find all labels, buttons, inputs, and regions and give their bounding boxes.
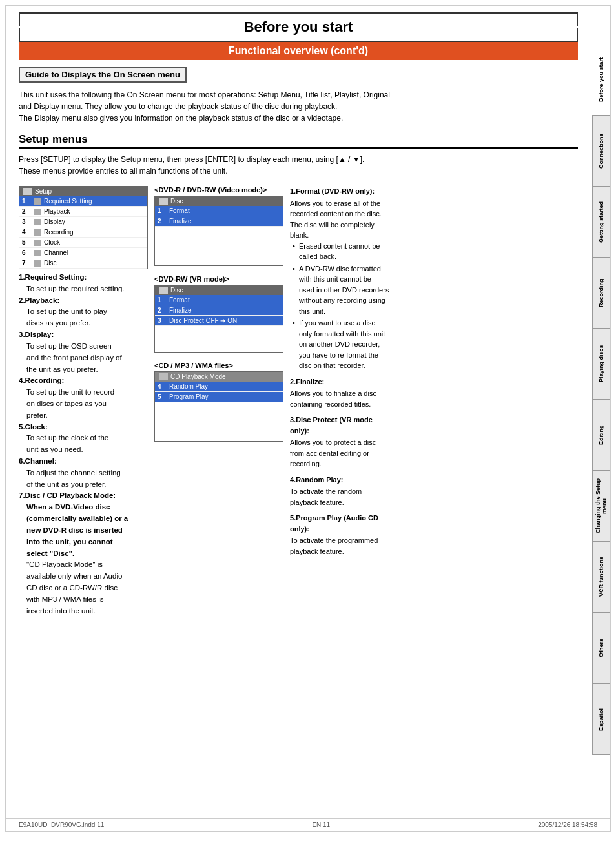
dvd-rw-vr-disc-icon xyxy=(159,287,168,294)
dvd-rw-vr-titlebar: Disc xyxy=(155,285,283,295)
col-middle: <DVD-R / DVD-RW (Video mode)> Disc 1 For… xyxy=(154,186,283,617)
side-tab-vcr-functions[interactable]: VCR functions xyxy=(592,542,610,613)
dvd-rw-vr-menu-screenshot: Disc 1 Format 2 Finalize 3 Disc Protect … xyxy=(154,285,283,353)
setup-menu-item-5: 5 Clock xyxy=(19,238,147,248)
guide-box: Guide to Displays the On Screen menu xyxy=(19,67,187,83)
display-icon xyxy=(34,219,41,225)
page-title-wrapper: Before you start xyxy=(19,12,578,42)
list-item-6: 6.Channel: To adjust the channel setting… xyxy=(19,456,148,490)
setup-menu-item-1: 1 Required Setting xyxy=(19,196,147,207)
dvd-rw-video-item-2: 2 Finalize xyxy=(155,216,283,227)
setup-menu-item-3: 3 Display xyxy=(19,217,147,227)
main-content: Before you start Functional overview (co… xyxy=(6,12,591,636)
right-item-4: 4.Random Play: To activate the randompla… xyxy=(290,475,578,508)
setup-desc: Press [SETUP] to display the Setup menu,… xyxy=(19,154,578,177)
file-info: E9A10UD_DVR90VG.indd 11 xyxy=(19,821,104,828)
side-tab-others[interactable]: Others xyxy=(592,613,610,684)
section-subtitle: Functional overview (cont'd) xyxy=(19,42,578,60)
three-column-layout: Setup 1 Required Setting 2 Playback 3 xyxy=(19,186,578,617)
side-tabs: Before you start Connections Getting sta… xyxy=(592,45,610,755)
bottom-bar: E9A10UD_DVR90VG.indd 11 EN 11 2005/12/26… xyxy=(6,818,610,831)
right-item-1: 1.Format (DVD-RW only): Allows you to er… xyxy=(290,186,578,371)
col-left: Setup 1 Required Setting 2 Playback 3 xyxy=(19,186,148,617)
dvd-rw-video-caption: <DVD-R / DVD-RW (Video mode)> xyxy=(154,186,283,194)
disc-icon xyxy=(34,260,41,267)
dvd-rw-vr-caption: <DVD-RW (VR mode)> xyxy=(154,275,283,283)
dvd-rw-vr-item-3: 3 Disc Protect OFF ➔ ON xyxy=(155,316,283,326)
page-title-banner: Before you start xyxy=(19,12,578,42)
page-number: EN 11 xyxy=(312,821,330,828)
playback-icon xyxy=(34,209,41,215)
side-tab-changing-setup[interactable]: Changing the Setup menu xyxy=(592,471,610,542)
setup-numbered-list: 1.Required Setting: To set up the requir… xyxy=(19,272,148,617)
dvd-rw-video-titlebar: Disc xyxy=(155,196,283,206)
dvd-rw-video-menu-screenshot: Disc 1 Format 2 Finalize xyxy=(154,196,283,266)
side-tab-getting-started[interactable]: Getting started xyxy=(592,187,610,258)
list-item-1: 1.Required Setting: To set up the requir… xyxy=(19,272,148,295)
dvd-rw-video-disc-icon xyxy=(159,198,168,205)
setup-menu-titlebar: Setup xyxy=(19,187,147,196)
right-item-2: 2.Finalize: Allows you to finalize a dis… xyxy=(290,376,578,410)
col-right: 1.Format (DVD-RW only): Allows you to er… xyxy=(290,186,578,617)
cd-mp3-caption: <CD / MP3 / WMA files> xyxy=(154,362,283,369)
list-item-5: 5.Clock: To set up the clock of theunit … xyxy=(19,422,148,456)
side-tab-before-you-start[interactable]: Before you start xyxy=(592,45,610,116)
side-tab-recording[interactable]: Recording xyxy=(592,258,610,329)
recording-icon xyxy=(34,229,41,236)
setup-menu-item-7: 7 Disc xyxy=(19,258,147,269)
page-title: Before you start xyxy=(244,19,353,35)
setup-menu-screenshot: Setup 1 Required Setting 2 Playback 3 xyxy=(19,186,148,269)
dvd-rw-vr-item-1: 1 Format xyxy=(155,295,283,305)
setup-menu-item-4: 4 Recording xyxy=(19,227,147,238)
date-info: 2005/12/26 18:54:58 xyxy=(538,821,597,828)
side-tab-editing[interactable]: Editing xyxy=(592,400,610,471)
right-item-3: 3.Disc Protect (VR modeonly): Allows you… xyxy=(290,415,578,469)
cd-playback-icon xyxy=(159,373,168,380)
cd-mp3-menu-screenshot: CD Playback Mode 4 Random Play 5 Program… xyxy=(154,371,283,442)
list-item-3: 3.Display: To set up the OSD screenand t… xyxy=(19,329,148,375)
setup-menu-item-2: 2 Playback xyxy=(19,207,147,217)
cd-mp3-item-5: 5 Program Play xyxy=(155,392,283,402)
setup-menu-item-6: 6 Channel xyxy=(19,248,147,258)
intro-text: This unit uses the following the On Scre… xyxy=(19,89,578,124)
clock-icon xyxy=(34,240,41,246)
cd-mp3-item-4: 4 Random Play xyxy=(155,382,283,392)
dvd-rw-vr-item-2: 2 Finalize xyxy=(155,305,283,316)
setup-heading: Setup menus xyxy=(19,133,578,149)
side-tab-connections[interactable]: Connections xyxy=(592,116,610,187)
side-tab-espanol[interactable]: Español xyxy=(592,684,610,755)
list-item-2: 2.Playback: To set up the unit to playdi… xyxy=(19,295,148,329)
list-item-4: 4.Recording: To set up the unit to recor… xyxy=(19,375,148,421)
channel-icon xyxy=(34,250,41,256)
dvd-rw-video-item-1: 1 Format xyxy=(155,206,283,216)
right-item-5: 5.Program Play (Audio CDonly): To activa… xyxy=(290,513,578,557)
required-setting-icon xyxy=(34,198,41,205)
setup-menu-icon xyxy=(23,188,32,195)
side-tab-playing-discs[interactable]: Playing discs xyxy=(592,329,610,400)
page-container: Before you start Connections Getting sta… xyxy=(5,5,611,832)
list-item-7: 7.Disc / CD Playback Mode: When a DVD-Vi… xyxy=(19,490,148,617)
cd-mp3-titlebar: CD Playback Mode xyxy=(155,372,283,382)
